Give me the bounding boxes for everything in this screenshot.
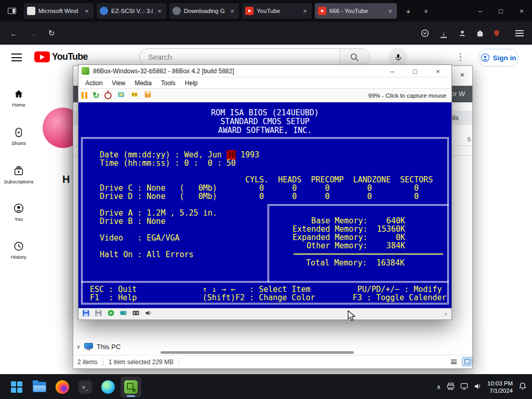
tray-volume-icon[interactable] [474, 382, 482, 392]
sidebar-item-subscriptions[interactable]: Subscriptions [0, 162, 37, 191]
clock-date: 7/1/2024 [487, 387, 513, 394]
tree-item-this-pc[interactable]: ∨ This PC [76, 343, 121, 351]
hard-disk-status-icon[interactable] [119, 309, 127, 319]
cassette-status-icon[interactable] [132, 309, 140, 319]
tab-close-icon[interactable]: × [83, 7, 90, 15]
menu-tools[interactable]: Tools [156, 79, 180, 87]
window-close-button[interactable]: × [511, 7, 532, 15]
emulator-close-button[interactable]: × [429, 65, 447, 77]
taskbar-file-explorer[interactable] [29, 377, 50, 397]
hidden-icons-chevron[interactable]: ∧ [436, 383, 441, 391]
this-pc-icon [84, 343, 93, 351]
sidebar-item-home[interactable]: Home [0, 85, 37, 114]
tab-microsoft[interactable]: Microsoft Wind × [24, 3, 94, 19]
youtube-wordmark: YouTube [52, 51, 88, 62]
power-button[interactable] [104, 92, 112, 99]
emulator-maximize-button[interactable]: □ [406, 65, 424, 77]
menu-button[interactable] [513, 27, 526, 39]
tray-network-icon[interactable] [460, 382, 468, 392]
start-button[interactable] [6, 377, 27, 397]
resize-grip-icon[interactable]: ≡ [444, 311, 448, 317]
browser-tab-bar: Microsoft Wind × EZ-SCSI V..: 3.0: × Dow… [0, 0, 532, 22]
list-all-tabs-button[interactable]: ∨ [419, 4, 433, 18]
menu-help[interactable]: Help [180, 79, 203, 87]
firefox-view-icon [8, 8, 16, 14]
floppy-a-status-icon[interactable] [82, 309, 90, 319]
pocket-icon[interactable] [419, 27, 431, 39]
bios-help-separator [81, 281, 449, 283]
cassette-icon[interactable] [130, 91, 139, 100]
emulator-title: 86Box-Windows-32-b5882 - 86Box 4.2 [buil… [93, 68, 234, 75]
details-view-button[interactable] [448, 357, 459, 366]
reload-button[interactable]: ↻ [45, 27, 58, 39]
column-header-fragment[interactable]: S [467, 136, 471, 142]
bios-base-memory: Base Memory: 640K [292, 217, 405, 225]
youtube-search-input[interactable]: Search [139, 48, 370, 66]
tab-downloading[interactable]: Downloading G × [169, 3, 239, 19]
cdrom-status-icon[interactable] [107, 309, 115, 319]
tab-close-icon[interactable]: × [156, 7, 163, 15]
floppy-b-status-icon[interactable] [95, 309, 102, 319]
tab-ez-scsi[interactable]: EZ-SCSI V..: 3.0: × [97, 3, 166, 19]
sidebar-item-you[interactable]: You [0, 200, 37, 229]
cartridge-icon[interactable] [117, 91, 125, 100]
bios-time-line: Time (hh:mm:ss) : 0 : 0 : 50 [100, 159, 236, 167]
thumbnail-view-button[interactable] [462, 357, 472, 366]
pause-button[interactable] [82, 92, 87, 99]
floppy-tool-icon[interactable] [144, 91, 152, 100]
tab-label: YouTube [257, 8, 298, 14]
bios-total-memory: Total Memory: 16384K [297, 259, 405, 267]
account-icon[interactable] [456, 27, 469, 39]
sidebar-item-history[interactable]: History [0, 237, 37, 267]
sign-in-button[interactable]: Sign in [478, 49, 518, 66]
taskbar-clock[interactable]: 10:03 PM 7/1/2024 [487, 380, 513, 394]
adblock-shield-icon[interactable] [490, 27, 503, 39]
horizontal-scrollbar[interactable] [161, 351, 354, 354]
notifications-bell-icon[interactable] [518, 382, 527, 392]
window-maximize-button[interactable]: □ [490, 7, 511, 15]
hamburger-icon [515, 30, 524, 36]
sidebar-item-shorts[interactable]: Shorts [0, 124, 37, 153]
youtube-logo[interactable]: YouTube [34, 51, 88, 62]
menu-view[interactable]: View [107, 79, 130, 87]
tab-youtube[interactable]: YouTube × [242, 3, 312, 19]
search-button[interactable] [339, 49, 369, 65]
bios-date-line: Date (mm:dd:yy) : Wed, Jun 30 1993 [100, 151, 259, 159]
firefox-view-button[interactable] [4, 4, 20, 18]
bios-screen[interactable]: ROM ISA BIOS (214UEUBD) STANDARD CMOS SE… [78, 102, 451, 308]
dialog-close-icon[interactable]: × [456, 69, 469, 80]
extensions-icon[interactable] [474, 27, 486, 39]
tree-chevron-icon[interactable]: ∨ [76, 343, 81, 350]
tab-label: Downloading G [184, 8, 225, 14]
downloads-icon[interactable]: ↓ [437, 27, 450, 39]
tab-close-icon[interactable]: × [301, 7, 309, 15]
bios-total-separator [294, 254, 443, 255]
bios-main-box: Date (mm:dd:yy) : Wed, Jun 30 1993 Time … [81, 137, 449, 304]
forward-button[interactable]: → [26, 27, 39, 39]
kebab-menu-icon[interactable]: ⋮ [455, 51, 466, 62]
tray-device-icon[interactable] [447, 382, 455, 392]
sound-status-icon[interactable] [144, 309, 152, 319]
tab-favicon [27, 7, 35, 15]
youtube-favicon [318, 7, 326, 15]
taskbar-edge[interactable] [98, 377, 118, 397]
emulator-minimize-button[interactable]: – [383, 65, 402, 77]
youtube-play-icon [34, 51, 50, 62]
menu-media[interactable]: Media [130, 79, 156, 87]
menu-action[interactable]: Action [81, 79, 107, 87]
shorts-icon [13, 127, 24, 138]
new-tab-button[interactable]: + [401, 4, 416, 18]
tree-item-label: This PC [97, 343, 121, 351]
back-button[interactable]: ← [7, 27, 21, 39]
tab-666-youtube[interactable]: 666 - YouTube × [315, 3, 397, 19]
86box-app-icon [82, 67, 89, 75]
window-minimize-button[interactable]: – [470, 7, 490, 15]
voice-search-button[interactable] [389, 48, 407, 66]
taskbar-firefox[interactable] [52, 377, 73, 397]
tab-close-icon[interactable]: × [387, 7, 394, 15]
tab-close-icon[interactable]: × [229, 7, 236, 15]
guide-menu-button[interactable] [11, 54, 22, 61]
hard-reset-button[interactable]: ↻ [92, 91, 99, 100]
taskbar-86box-active[interactable] [121, 377, 141, 397]
taskbar-terminal[interactable]: >_ [75, 377, 96, 397]
